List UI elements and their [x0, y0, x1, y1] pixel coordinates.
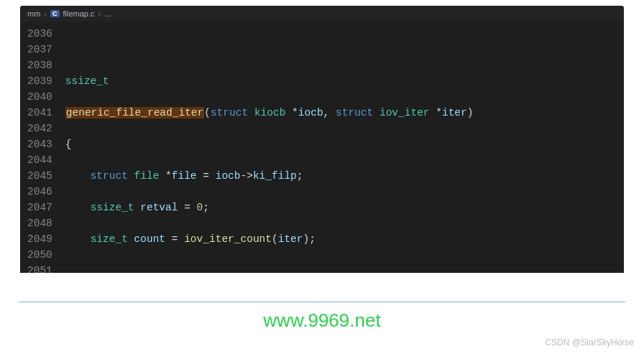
breadcrumb-ellipsis[interactable]: ...: [104, 9, 111, 18]
footer-url: www.9969.net: [0, 309, 644, 332]
breadcrumb-file[interactable]: filemap.c: [63, 9, 95, 18]
c-lang-icon: C: [50, 10, 60, 17]
code-line[interactable]: [65, 263, 624, 273]
line-number-gutter: 2036 2037 2038 2039 2040 2041 2042 2043 …: [20, 22, 65, 273]
code-area[interactable]: 2036 2037 2038 2039 2040 2041 2042 2043 …: [20, 22, 624, 273]
line-number: 2048: [27, 215, 52, 231]
line-number: 2047: [27, 200, 52, 215]
function-name-highlight[interactable]: generic_file_read_iter: [65, 107, 204, 118]
code-line[interactable]: generic_file_read_iter(struct kiocb *ioc…: [65, 105, 624, 121]
chevron-right-icon: ›: [44, 9, 47, 18]
divider: [19, 302, 625, 302]
code-line[interactable]: struct file *file = iocb->ki_filp;: [65, 168, 624, 184]
code-content[interactable]: ssize_t generic_file_read_iter(struct ki…: [65, 22, 624, 273]
watermark: CSDN @StarSkyHorse: [545, 337, 634, 348]
code-line[interactable]: [65, 42, 624, 57]
line-number: 2050: [27, 247, 52, 263]
line-number: 2038: [27, 57, 52, 73]
line-number: 2036: [27, 26, 52, 42]
line-number: 2039: [27, 73, 52, 89]
line-number: 2044: [27, 152, 52, 168]
code-line[interactable]: ssize_t: [65, 73, 624, 89]
line-number: 2049: [27, 231, 52, 247]
code-editor: mm › C filemap.c › ... 2036 2037 2038 20…: [20, 6, 624, 273]
line-number: 2042: [27, 121, 52, 136]
line-number: 2051: [27, 263, 52, 273]
code-line[interactable]: {: [65, 136, 624, 152]
chevron-right-icon: ›: [98, 9, 101, 18]
line-number: 2046: [27, 184, 52, 200]
line-number: 2045: [27, 168, 52, 184]
code-line[interactable]: size_t count = iov_iter_count(iter);: [65, 231, 624, 247]
breadcrumb-folder[interactable]: mm: [27, 9, 40, 18]
line-number: 2040: [27, 89, 52, 105]
code-line[interactable]: ssize_t retval = 0;: [65, 200, 624, 215]
breadcrumb[interactable]: mm › C filemap.c › ...: [20, 6, 624, 22]
line-number: 2037: [27, 42, 52, 57]
line-number: 2041: [27, 105, 52, 121]
line-number: 2043: [27, 136, 52, 152]
